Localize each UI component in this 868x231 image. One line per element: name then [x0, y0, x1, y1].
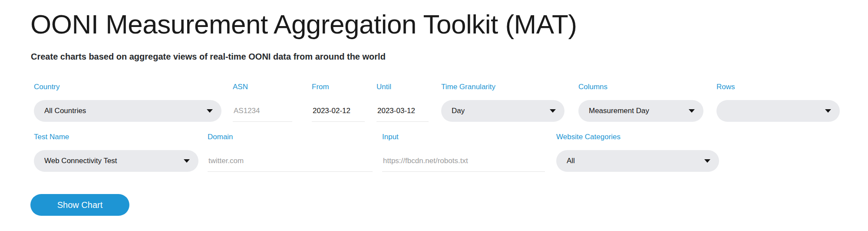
- columns-select[interactable]: Measurement Day: [578, 100, 703, 122]
- input-field: Input: [382, 133, 545, 172]
- country-label: Country: [34, 83, 221, 91]
- country-select[interactable]: All Countries: [34, 100, 221, 122]
- until-date-input[interactable]: [376, 100, 429, 122]
- time-granularity-select[interactable]: Day: [441, 100, 564, 122]
- filter-row-primary: Country All Countries ASN From Until Tim…: [34, 83, 840, 122]
- asn-label: ASN: [233, 83, 292, 91]
- from-field: From: [312, 83, 365, 122]
- from-label: From: [312, 83, 365, 91]
- domain-label: Domain: [208, 133, 373, 141]
- rows-label: Rows: [716, 83, 840, 91]
- test-name-selected-value: Web Connectivity Test: [44, 157, 117, 165]
- chevron-down-icon: [207, 109, 213, 113]
- chevron-down-icon: [704, 159, 710, 163]
- page-title: OONI Measurement Aggregation Toolkit (MA…: [30, 9, 577, 40]
- asn-field: ASN: [233, 83, 292, 122]
- test-name-label: Test Name: [34, 133, 198, 141]
- test-name-select[interactable]: Web Connectivity Test: [34, 150, 198, 172]
- website-categories-selected-value: All: [567, 157, 575, 165]
- time-granularity-field: Time Granularity Day: [441, 83, 564, 122]
- filter-row-secondary: Test Name Web Connectivity Test Domain I…: [34, 133, 719, 172]
- chevron-down-icon: [550, 109, 556, 113]
- columns-label: Columns: [578, 83, 703, 91]
- page-subtitle: Create charts based on aggregate views o…: [31, 52, 386, 62]
- until-field: Until: [376, 83, 429, 122]
- chevron-down-icon: [689, 109, 695, 113]
- columns-field: Columns Measurement Day: [578, 83, 703, 122]
- website-categories-field: Website Categories All: [556, 133, 719, 172]
- show-chart-button[interactable]: Show Chart: [30, 194, 129, 216]
- country-selected-value: All Countries: [44, 107, 86, 115]
- country-field: Country All Countries: [34, 83, 221, 122]
- columns-selected-value: Measurement Day: [589, 107, 649, 115]
- mat-page: OONI Measurement Aggregation Toolkit (MA…: [0, 0, 868, 231]
- website-categories-label: Website Categories: [556, 133, 719, 141]
- time-granularity-selected-value: Day: [452, 107, 465, 115]
- chevron-down-icon: [825, 109, 831, 113]
- domain-input[interactable]: [208, 150, 373, 172]
- chevron-down-icon: [184, 159, 190, 163]
- test-name-field: Test Name Web Connectivity Test: [34, 133, 198, 172]
- from-date-input[interactable]: [312, 100, 365, 122]
- input-label: Input: [382, 133, 545, 141]
- website-categories-select[interactable]: All: [556, 150, 719, 172]
- input-input[interactable]: [382, 150, 545, 172]
- rows-field: Rows: [716, 83, 840, 122]
- time-granularity-label: Time Granularity: [441, 83, 564, 91]
- rows-select[interactable]: [716, 100, 840, 122]
- domain-field: Domain: [208, 133, 373, 172]
- asn-input[interactable]: [233, 100, 292, 122]
- until-label: Until: [376, 83, 429, 91]
